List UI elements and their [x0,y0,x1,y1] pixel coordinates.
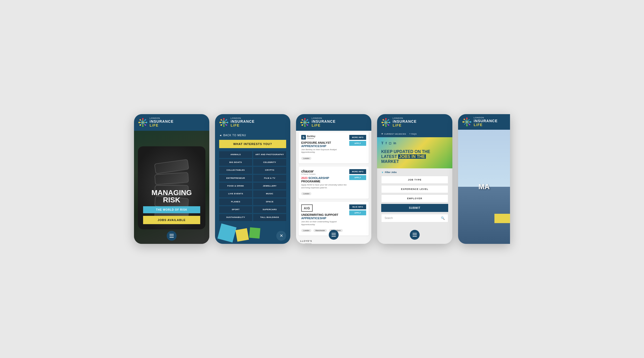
interest-tall-buildings[interactable]: TALL BUILDINGS [253,214,286,221]
shape-yellow [235,228,249,242]
interest-sustainability[interactable]: SUSTAINABILITY [219,214,252,221]
interest-crypto[interactable]: CRYPTO [253,167,286,174]
logo-icon-2 [219,118,229,127]
faqs-link[interactable]: ? FAQS [409,133,417,135]
interest-space[interactable]: SPACE [253,198,286,205]
facebook-icon[interactable]: f [386,141,387,145]
banner-section: 𝕋 f ◻ in KEEP UPDATED ON THE LATEST JOBS… [377,137,452,168]
interest-jewellery[interactable]: JEWELLERY [253,183,286,189]
interest-big-boats[interactable]: BIG BOATS [219,159,252,166]
phone3-menu-button[interactable] [329,230,339,240]
banner-title: KEEP UPDATED ON THE LATEST JOBS IN THE M… [381,149,448,164]
interest-film-tv[interactable]: FILM & TV [253,175,286,182]
phone3-header: LONDON iNSURANCE LiFE [296,114,371,131]
job-desc-chaucer: Apply NOW to have your full University t… [301,184,349,189]
employer-button[interactable]: EMPLOYER [381,195,448,202]
shape-teal [217,223,236,242]
svg-point-59 [462,121,464,123]
phone1-body: MANAGING RISK THE WORLD OF RISK JOBS AVA… [134,131,209,244]
shape-green [249,227,260,238]
svg-point-34 [308,122,309,123]
back-label: BACK TO MENU [223,134,246,137]
job-title-aig: UNDERWRITING SUPPORTAPPRENTICESHIP [301,213,349,220]
svg-point-61 [464,119,465,120]
search-input-wrap: Search 🔍 [381,214,448,222]
phone2-header: LONDON iNSURANCE LiFE [215,114,290,131]
aig-more-info-button[interactable]: MorE INFO [349,204,366,209]
interest-celebrity[interactable]: CELEBRITY [253,159,286,166]
search-input[interactable]: Search [385,217,441,219]
interest-collectables[interactable]: COLLECTABLES [219,167,252,174]
phone4-menu-button[interactable] [410,230,420,240]
phone5-yellow-bar [494,214,510,223]
aig-logo: AIG [301,204,349,212]
vacancies-icon: 👁 [381,133,384,135]
svg-point-8 [146,122,147,123]
submit-button[interactable]: SUBMIT [381,204,448,212]
interest-sport[interactable]: SPORT [219,206,252,213]
interest-food-drink[interactable]: FOOD & DRINK [219,183,252,189]
phone-3: LONDON iNSURANCE LiFE b Berkley Offshore [296,114,371,244]
berkley-more-info-button[interactable]: MORE INFO [349,135,366,140]
menu-button[interactable] [167,231,177,241]
svg-point-9 [139,119,141,121]
interests-button[interactable]: WHAT INTERESTS YOU? [219,140,286,148]
interest-live-events[interactable]: LIVE EVENTS [219,190,252,197]
berkley-logo: b Berkley Offshore [301,135,349,140]
svg-point-10 [145,124,146,126]
back-nav[interactable]: ◄ BACK TO MENU [215,131,290,140]
current-vacancies-link[interactable]: 👁 CURRENT VACANCIES [381,133,406,135]
phone4-subnav: 👁 CURRENT VACANCIES ? FAQS [377,131,452,137]
search-icon[interactable]: 🔍 [441,216,445,220]
shapes-decoration [219,225,260,241]
phone2-body: ◄ BACK TO MENU WHAT INTERESTS YOU? ANIMA… [215,131,290,244]
svg-point-24 [226,119,227,121]
svg-point-19 [223,125,225,127]
filter-header: ▼ Filter Jobs [381,171,448,174]
svg-point-36 [307,124,308,126]
interest-entrepreneur[interactable]: ENTREPRENEUR [219,175,252,182]
hamburger-icon [170,234,174,238]
linkedin-icon[interactable]: in [393,141,396,145]
svg-point-44 [385,118,387,120]
interest-supercars[interactable]: SUPERCARS [253,206,286,213]
job-type-button[interactable]: JOB TYPE [381,176,448,184]
interest-art[interactable]: ART AND PHOTOGRAPHY [253,151,286,158]
chaucer-logo: chaucer A Chaucer Company [301,169,349,175]
twitter-icon[interactable]: 𝕋 [381,141,384,145]
jobs-available-button[interactable]: JOBS AVAILABLE [143,216,200,224]
job-tag-chaucer-london: London [301,192,311,195]
back-arrow-icon: ◄ [219,134,222,137]
svg-point-58 [466,125,468,126]
svg-point-31 [304,118,306,120]
instagram-icon[interactable]: ◻ [389,141,391,145]
phone1-header: LONDON iNSURANCE LiFE [134,114,209,131]
job-title-chaucer: 2023 SCHOLARSHIPPROGRAMME [301,176,349,183]
job-card-chaucer: chaucer A Chaucer Company 2023 SCHOLARSH… [299,167,369,199]
svg-point-12 [139,124,141,126]
berkley-apply-button[interactable]: APPLY [349,141,366,146]
phone5-body: MA [458,130,510,244]
job-desc-aig: Join AIG on their Underwriting Support A… [301,221,349,226]
interest-music[interactable]: MUSIC [253,190,286,197]
svg-point-45 [385,125,387,127]
job-tag-aig-manchester: Manchester [313,229,327,232]
interest-planes[interactable]: PLANES [219,198,252,205]
svg-point-22 [220,119,222,121]
phone4-header: LONDON iNSURANCE LiFE [377,114,452,131]
svg-point-6 [142,125,144,127]
interest-animals[interactable]: ANIMALS [219,151,252,158]
svg-point-46 [381,122,383,123]
phone4-hamburger [377,225,452,230]
aig-apply-button[interactable]: APPLY [349,210,366,215]
chaucer-more-info-button[interactable]: MORE INFO [349,169,366,174]
close-button[interactable]: ✕ [276,231,286,241]
world-risk-button[interactable]: THE WORLD OF RISK [143,206,200,213]
chaucer-apply-button[interactable]: APPLY [349,175,366,180]
svg-point-11 [145,119,146,121]
logo-insurance: iNSURANCE [150,120,173,123]
svg-point-25 [220,124,222,126]
experience-level-button[interactable]: EXPERIENCE LEVEL [381,185,448,193]
job-title-berkley: EXPOSURE ANALYSTAPPRENTICESHIP [301,141,349,148]
phone-4: LONDON iNSURANCE LiFE 👁 CURRENT VACANCIE… [377,114,452,244]
